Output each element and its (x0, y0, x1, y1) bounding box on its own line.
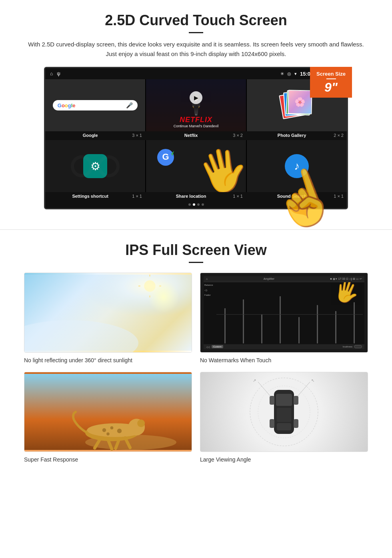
music-note-icon: ♪ (294, 160, 300, 173)
section-ips: IPS Full Screen View (0, 242, 392, 475)
netflix-cell-inner: 🕴 ▶ NETFLIX Continue Marvel's Daredevil (146, 79, 246, 131)
section2-title: IPS Full Screen View (24, 242, 368, 259)
svg-point-16 (117, 429, 122, 433)
amp-balance-label: Balance (204, 284, 213, 286)
feature-label-sunlight: No light reflecting under 360° direct su… (24, 357, 132, 363)
section2-title-divider (189, 262, 203, 263)
dot-3 (197, 203, 200, 206)
google-size: 3 × 1 (132, 133, 142, 138)
app-label-row2: Settings shortcut 1 × 1 Share location 1… (45, 192, 347, 201)
location-icon: ◎ (287, 71, 291, 76)
app-grid-row2: ⚙ G (45, 140, 347, 192)
usb-icon: ψ (57, 71, 60, 76)
feature-image-sunlight (24, 273, 192, 353)
svg-rect-29 (276, 394, 292, 406)
svg-rect-30 (277, 408, 291, 422)
app-label-soundsearch: Sound Search 1 × 1 (247, 192, 347, 201)
svg-rect-35 (294, 419, 298, 428)
gallery-name: Photo Gallery (278, 133, 306, 138)
device-frame: ⌂ ψ ✳ ◎ ▾ 15:06 ⊡ ◁) ⊠ ▭ (44, 67, 348, 209)
feature-cheetah: Super Fast Response (24, 372, 192, 463)
amp-title: Amplifier (264, 277, 274, 281)
app-label-row1: Google 3 × 1 Netflix 3 × 2 Photo Gallery… (45, 131, 347, 140)
netflix-logo: NETFLIX (180, 116, 212, 124)
app-cell-netflix[interactable]: 🕴 ▶ NETFLIX Continue Marvel's Daredevil (146, 79, 246, 131)
dot-1 (188, 203, 191, 206)
netflix-subtitle: Continue Marvel's Daredevil (174, 124, 218, 128)
google-name: Google (83, 133, 98, 138)
amp-home-icon: ⌂ (206, 277, 208, 281)
photo-card-4: 🌸 (288, 90, 312, 114)
svg-rect-34 (270, 419, 274, 428)
sunlight-rays (148, 281, 180, 313)
feature-label-amplifier: No Watermarks When Touch (200, 357, 271, 363)
amp-icons: ■ ◉ ▾ 17:33 ⊡ ◁) ⊠ ▭ ↩ (330, 277, 362, 281)
svg-point-14 (102, 428, 106, 432)
bluetooth-icon: ✳ (280, 71, 284, 76)
settings-cell-inner: ⚙ (45, 140, 145, 192)
svg-rect-32 (270, 396, 274, 405)
sunlight-image (24, 273, 192, 352)
svg-text:G: G (162, 152, 169, 162)
feature-label-car: Large Viewing Angle (200, 456, 251, 463)
feature-image-cheetah (24, 372, 192, 452)
shareloc-cell-inner: G 🖐 (146, 140, 246, 192)
badge-divider (326, 78, 336, 79)
cheetah-svg (24, 372, 192, 452)
amplifier-image: ⌂ Amplifier ■ ◉ ▾ 17:33 ⊡ ◁) ⊠ ▭ ↩ Balan… (200, 273, 368, 352)
settings-size: 1 × 1 (132, 194, 142, 199)
netflix-overlay: ▶ NETFLIX Continue Marvel's Daredevil (146, 79, 246, 131)
loudness-label: loudness (225, 345, 352, 348)
section1-title: 2.5D Curved Touch Screen (24, 12, 368, 29)
netflix-name: Netflix (184, 133, 198, 138)
svg-text:↖: ↖ (311, 378, 314, 383)
feature-sunlight: No light reflecting under 360° direct su… (24, 273, 192, 364)
feature-image-amplifier: ⌂ Amplifier ■ ◉ ▾ 17:33 ⊡ ◁) ⊠ ▭ ↩ Balan… (200, 273, 368, 353)
device-mockup: Screen Size 9" ⌂ ψ ✳ ◎ ▾ 15:06 ⊡ (44, 67, 348, 209)
app-cell-google[interactable]: Google 🎤 (45, 79, 145, 131)
touch-hand-icon: 🖐 (193, 141, 246, 192)
section-divider-line (0, 229, 392, 230)
svg-point-17 (106, 432, 110, 436)
title-divider (189, 32, 203, 33)
status-bar: ⌂ ψ ✳ ◎ ▾ 15:06 ⊡ ◁) ⊠ ▭ (45, 68, 347, 79)
feature-label-cheetah: Super Fast Response (24, 456, 78, 463)
badge-size: 9" (316, 81, 346, 94)
app-cell-sharelocation[interactable]: G 🖐 (146, 140, 246, 192)
progress-dots (45, 201, 347, 208)
app-cell-soundsearch[interactable]: ♪ (247, 140, 347, 192)
google-logo: Google (58, 102, 76, 108)
google-search-bar[interactable]: Google 🎤 (53, 100, 138, 110)
sound-cell-inner: ♪ (247, 140, 347, 192)
amp-fader-label: Fader (204, 294, 213, 296)
netflix-play-button[interactable]: ▶ (190, 91, 202, 104)
cheetah-image (24, 372, 192, 452)
app-label-netflix: Netflix 3 × 2 (146, 131, 246, 140)
app-cell-settings[interactable]: ⚙ (45, 140, 145, 192)
photo-stack: 🌸 (281, 89, 313, 121)
loudness-toggle[interactable] (354, 345, 362, 348)
soundsearch-name: Sound Search (277, 194, 307, 199)
viewing-angle-svg: ↗ ↖ (248, 376, 320, 448)
settings-name: Settings shortcut (72, 194, 108, 199)
gallery-size: 2 × 2 (334, 133, 344, 138)
svg-text:↗: ↗ (253, 378, 256, 383)
feature-grid: No light reflecting under 360° direct su… (24, 273, 368, 463)
amp-speaker-icon: ◁) (204, 289, 213, 291)
netflix-size: 3 × 2 (233, 133, 243, 138)
svg-rect-33 (294, 396, 298, 405)
app-grid-row1: Google 🎤 🕴 ▶ (45, 79, 347, 131)
wifi-icon: ▾ (294, 71, 297, 76)
app-label-gallery: Photo Gallery 2 × 2 (247, 131, 347, 140)
amp-back-icon: ◁◁ (206, 345, 210, 348)
svg-point-15 (110, 426, 114, 430)
dot-2 (193, 203, 195, 206)
home-icon: ⌂ (50, 71, 53, 76)
car-view-image: ↗ ↖ (200, 372, 368, 452)
google-mic-icon[interactable]: 🎤 (126, 102, 133, 108)
feature-amplifier: ⌂ Amplifier ■ ◉ ▾ 17:33 ⊡ ◁) ⊠ ▭ ↩ Balan… (200, 273, 368, 364)
custom-btn[interactable]: Custom (212, 345, 223, 348)
app-label-shareloc: Share location 1 × 1 (146, 192, 246, 201)
dot-4 (202, 203, 204, 206)
section-curved-touch: 2.5D Curved Touch Screen With 2.5D curve… (0, 0, 392, 217)
